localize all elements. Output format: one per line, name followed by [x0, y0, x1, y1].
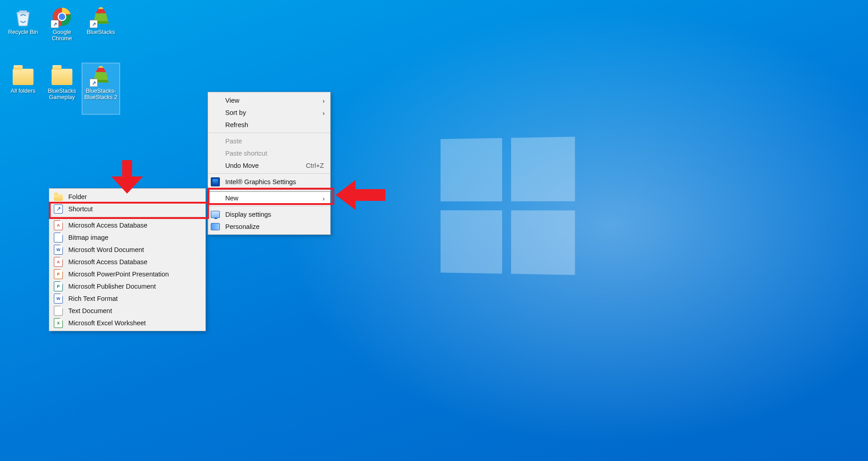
intel-icon	[211, 177, 220, 186]
shortcut-overlay-icon: ↗	[90, 79, 98, 87]
file-type-icon: X	[54, 318, 63, 328]
blank-icon	[211, 120, 220, 129]
blank-icon	[211, 194, 220, 203]
submenu-item-microsoft-publisher-document[interactable]: PMicrosoft Publisher Document	[49, 280, 205, 292]
menu-item-label: Sort by	[224, 109, 324, 116]
monitor-icon	[211, 210, 220, 219]
menu-item-label: Microsoft Excel Worksheet	[67, 319, 146, 327]
menu-item-label: Microsoft PowerPoint Presentation	[67, 271, 169, 278]
svg-point-2	[59, 14, 65, 20]
new-submenu: Folder ↗ Shortcut AMicrosoft Access Data…	[49, 188, 206, 331]
menu-item-personalize[interactable]: Personalize	[208, 220, 330, 233]
menu-separator	[50, 217, 205, 217]
folder-icon	[13, 65, 33, 86]
menu-item-label: Microsoft Word Document	[67, 246, 144, 253]
file-type-icon: W	[54, 294, 63, 303]
submenu-item-microsoft-excel-worksheet[interactable]: XMicrosoft Excel Worksheet	[49, 317, 205, 329]
personalize-icon	[211, 222, 220, 231]
windows-logo	[441, 137, 575, 275]
blank-icon	[211, 108, 220, 117]
desktop-icon-label: BlueStacks-BlueStacks 2	[81, 88, 120, 101]
menu-item-undo-move[interactable]: Undo Move Ctrl+Z	[208, 159, 330, 171]
submenu-item-rich-text-format[interactable]: WRich Text Format	[49, 292, 205, 304]
submenu-item-microsoft-word-document[interactable]: WMicrosoft Word Document	[49, 243, 205, 256]
file-type-icon: A	[54, 221, 63, 230]
submenu-arrow-icon: ›	[323, 195, 325, 202]
submenu-item-microsoft-access-database[interactable]: AMicrosoft Access Database	[49, 256, 205, 268]
desktop-icon-recycle-bin[interactable]: Recycle Bin	[4, 4, 43, 56]
menu-item-new[interactable]: New ›	[208, 192, 330, 204]
bluestacks-icon: ↗	[90, 65, 111, 86]
blank-icon	[211, 96, 220, 105]
submenu-arrow-icon: ›	[323, 109, 325, 117]
submenu-arrow-icon: ›	[323, 97, 325, 105]
menu-item-sort-by[interactable]: Sort by ›	[208, 106, 330, 119]
menu-item-label: Paste	[224, 138, 324, 145]
submenu-item-microsoft-access-database[interactable]: AMicrosoft Access Database	[49, 219, 205, 231]
menu-item-shortcut: Ctrl+Z	[294, 162, 324, 169]
submenu-item-text-document[interactable]: Text Document	[49, 304, 205, 317]
file-type-icon: P	[54, 282, 63, 291]
file-type-icon: W	[54, 245, 63, 254]
menu-item-refresh[interactable]: Refresh	[208, 119, 330, 131]
desktop-icon-google-chrome[interactable]: ↗ Google Chrome	[43, 4, 81, 56]
desktop[interactable]: Recycle Bin ↗ Google Chrome ↗ BlueStacks	[0, 0, 868, 461]
menu-separator	[209, 206, 330, 206]
menu-item-label: Microsoft Access Database	[67, 258, 147, 266]
annotation-arrow-left-icon	[336, 180, 385, 210]
menu-item-label: Text Document	[67, 307, 112, 314]
menu-item-label: Folder	[67, 193, 87, 200]
submenu-item-bitmap-image[interactable]: Bitmap image	[49, 231, 205, 243]
file-type-icon: P	[54, 270, 63, 279]
submenu-item-microsoft-powerpoint-presentation[interactable]: PMicrosoft PowerPoint Presentation	[49, 268, 205, 280]
desktop-icon-label: BlueStacks Gameplay	[43, 88, 81, 101]
menu-item-label: Intel® Graphics Settings	[224, 178, 324, 185]
menu-separator	[209, 133, 330, 133]
menu-item-label: Rich Text Format	[67, 295, 118, 302]
menu-item-label: Shortcut	[67, 205, 93, 213]
menu-item-display-settings[interactable]: Display settings	[208, 208, 330, 220]
desktop-context-menu: View › Sort by › Refresh Paste Paste sho…	[208, 92, 331, 235]
desktop-icon-all-folders[interactable]: All folders	[4, 62, 43, 115]
submenu-item-shortcut[interactable]: ↗ Shortcut	[49, 203, 205, 215]
menu-item-intel-graphics[interactable]: Intel® Graphics Settings	[208, 176, 330, 188]
menu-item-label: Personalize	[224, 223, 324, 230]
chrome-icon: ↗	[52, 6, 72, 27]
blank-icon	[211, 137, 220, 146]
desktop-icon-label: Google Chrome	[43, 29, 81, 42]
shortcut-overlay-icon: ↗	[51, 20, 59, 28]
blank-icon	[211, 149, 220, 158]
menu-item-view[interactable]: View ›	[208, 94, 330, 106]
menu-item-paste: Paste	[208, 135, 330, 147]
menu-item-label: Undo Move	[224, 162, 289, 169]
folder-icon	[54, 192, 63, 201]
shortcut-icon: ↗	[54, 204, 63, 214]
desktop-icon-label: BlueStacks	[87, 29, 115, 35]
menu-item-label: View	[224, 97, 324, 104]
menu-item-label: Display settings	[224, 211, 324, 218]
desktop-icon-bluestacks-2[interactable]: ↗ BlueStacks-BlueStacks 2	[81, 62, 120, 115]
menu-item-paste-shortcut: Paste shortcut	[208, 147, 330, 159]
desktop-icon-bluestacks-gameplay[interactable]: BlueStacks Gameplay	[43, 62, 81, 115]
menu-item-label: Paste shortcut	[224, 150, 324, 157]
menu-item-label: Bitmap image	[67, 234, 109, 241]
menu-item-label: New	[224, 195, 324, 202]
file-type-icon	[54, 306, 63, 315]
desktop-icons: Recycle Bin ↗ Google Chrome ↗ BlueStacks	[4, 4, 120, 115]
recycle-bin-icon	[13, 6, 33, 27]
file-type-icon: A	[54, 257, 63, 266]
bluestacks-icon: ↗	[90, 6, 111, 27]
menu-separator	[209, 190, 330, 190]
desktop-icon-label: All folders	[11, 88, 36, 94]
desktop-icon-label: Recycle Bin	[8, 29, 38, 35]
menu-item-label: Microsoft Publisher Document	[67, 283, 156, 290]
folder-icon	[52, 65, 72, 86]
desktop-icon-bluestacks[interactable]: ↗ BlueStacks	[81, 4, 120, 56]
file-type-icon	[54, 233, 63, 242]
shortcut-overlay-icon: ↗	[90, 20, 98, 28]
submenu-item-folder[interactable]: Folder	[49, 190, 205, 203]
menu-item-label: Microsoft Access Database	[67, 222, 147, 229]
menu-item-label: Refresh	[224, 121, 324, 128]
blank-icon	[211, 161, 220, 170]
menu-separator	[209, 173, 330, 174]
